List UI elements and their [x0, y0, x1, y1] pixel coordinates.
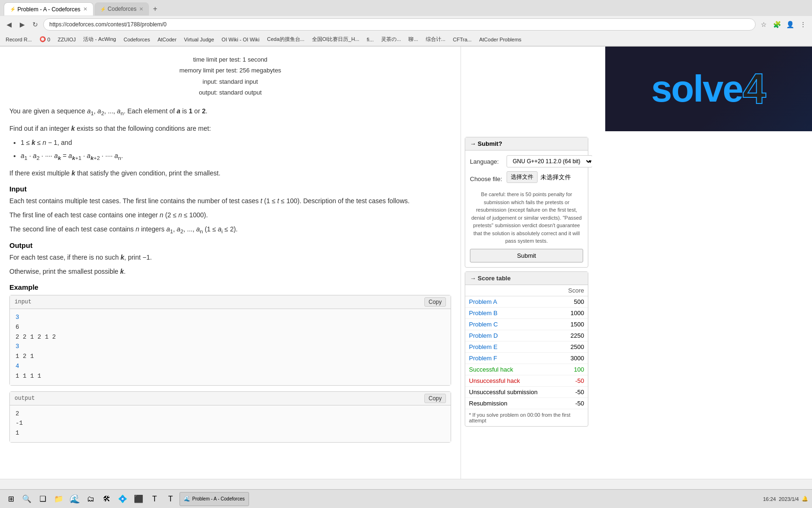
note-paragraph: If there exist multiple k that satisfy t… [9, 168, 451, 179]
browser-chrome: ⚡ Problem - A - Codeforces ✕ ⚡ Codeforce… [0, 0, 812, 47]
output-section-title: Output [9, 241, 451, 249]
taskbar-terminal[interactable]: ⬛ [132, 492, 146, 506]
taskbar-explorer[interactable]: 📁 [52, 492, 66, 506]
bookmark-fi-label: fi... [367, 37, 374, 42]
main-container: time limit per test: 1 second memory lim… [0, 47, 812, 508]
forward-button[interactable]: ▶ [17, 19, 27, 30]
table-row: Problem E 2500 [465, 341, 588, 352]
bookmark-record[interactable]: Record R... [4, 37, 34, 42]
input-section-title: Input [9, 185, 451, 193]
score-col-score: Score [559, 285, 588, 296]
intro-text: You are given a sequence a1, a2, ..., an… [9, 106, 451, 118]
address-bar: ◀ ▶ ↻ ☆ 🧩 👤 ⋮ [0, 16, 812, 33]
right-sidebar: solve 4 → Submit? Language: GNU G++20 11… [461, 47, 592, 508]
profile-button[interactable]: 👤 [785, 19, 795, 30]
output-code-header: output Copy [10, 392, 451, 405]
bookmark-codeforces-label: Codeforces [124, 37, 150, 42]
back-button[interactable]: ◀ [4, 19, 14, 30]
bookmark-atcoder[interactable]: AtCoder [156, 37, 178, 42]
problem-e-link[interactable]: Problem E [469, 343, 498, 350]
menu-button[interactable]: ⋮ [798, 19, 808, 30]
input-line-7: 1 1 1 1 [16, 372, 445, 381]
bookmark-lingcha[interactable]: 灵茶の... [379, 36, 403, 43]
problem-a-link[interactable]: Problem A [469, 298, 497, 305]
input-type: input: standard input [9, 76, 451, 87]
taskbar-task-view[interactable]: ❑ [36, 492, 50, 506]
problem-b-link[interactable]: Problem B [469, 310, 498, 317]
tab-close-active[interactable]: ✕ [83, 6, 87, 12]
bookmark-zzuioj-label: ZZUIOJ [58, 37, 76, 42]
tab-inactive-favicon: ⚡ [100, 7, 106, 12]
taskbar-devtools[interactable]: 🛠 [100, 492, 114, 506]
taskbar-time: 16:24 [763, 496, 776, 502]
language-row: Language: GNU G++20 11.2.0 (64 bit) ▼ [470, 155, 583, 167]
new-tab-button[interactable]: + [150, 5, 160, 13]
taskbar-start[interactable]: ⊞ [4, 492, 18, 506]
unsuccessful-hack-label: Unsuccessful hack [465, 375, 559, 386]
taskbar-search[interactable]: 🔍 [20, 492, 34, 506]
input-code-label: input [15, 299, 31, 305]
bookmark-button[interactable]: ☆ [758, 19, 769, 30]
bookmark-oiwiki[interactable]: OI Wiki - OI Wiki [220, 37, 262, 42]
taskbar-file-manager[interactable]: 🗂 [84, 492, 98, 506]
problem-c-link[interactable]: Problem C [469, 321, 498, 328]
input-desc-2: The first line of each test case contain… [9, 210, 451, 221]
bookmark-oiwiki-label: OI Wiki - OI Wiki [222, 37, 260, 42]
tab-close-inactive[interactable]: ✕ [139, 6, 143, 12]
bookmark-lingcha-label: 灵茶の... [381, 36, 401, 43]
extension-button[interactable]: 🧩 [772, 19, 782, 30]
condition-1: 1 ≤ k ≤ n − 1, and [21, 137, 451, 149]
problem-d-link[interactable]: Problem D [469, 332, 498, 339]
taskbar-date: 2023/1/4 [779, 496, 799, 502]
bookmark-virtualjudge[interactable]: Virtual Judge [182, 37, 216, 42]
input-desc-1: Each test contains multiple test cases. … [9, 196, 451, 207]
taskbar-browser-icon: 🌊 [184, 496, 190, 502]
bookmark-ceda[interactable]: Ceda的摸鱼台... [265, 36, 306, 43]
resubmission-label: Resubmission [465, 397, 559, 409]
bookmark-fi[interactable]: fi... [365, 37, 376, 42]
bookmark-chat[interactable]: 聊... [406, 36, 420, 43]
table-row: Problem C 1500 [465, 318, 588, 330]
bookmark-atcoder-problems-label: AtCoder Problems [479, 37, 522, 42]
bookmark-acwing[interactable]: 活动 - AcWing [81, 36, 118, 43]
bookmark-codeforces[interactable]: Codeforces [122, 37, 152, 42]
problem-a-score: 500 [559, 296, 588, 307]
bookmark-atcoder-problems[interactable]: AtCoder Problems [477, 37, 523, 42]
taskbar-browser-app[interactable]: 🌊 Problem - A - Codeforces [180, 492, 249, 506]
taskbar-app-t2[interactable]: T [164, 492, 178, 506]
bookmark-acwing-label: 活动 - AcWing [83, 36, 116, 43]
taskbar-vscode[interactable]: 💠 [116, 492, 130, 506]
no-file-text: 未选择文件 [540, 173, 571, 182]
problem-b-score: 1000 [559, 307, 588, 318]
input-code-box: input Copy 3 6 2 2 1 2 1 2 3 1 2 1 4 1 1… [9, 295, 451, 386]
input-copy-button[interactable]: Copy [424, 297, 446, 307]
bookmark-calc[interactable]: 综合计... [424, 36, 447, 43]
output-line-2: -1 [16, 419, 445, 429]
file-row: Choose file: 选择文件 未选择文件 [470, 171, 583, 187]
tab-active[interactable]: ⚡ Problem - A - Codeforces ✕ [4, 2, 94, 16]
bookmark-cftra[interactable]: CFTra... [451, 37, 474, 42]
bookmark-oi-calendar[interactable]: 全国OI比赛日历_H... [310, 36, 361, 43]
bookmark-zero-icon: ⭕ [39, 36, 46, 42]
submit-section: → Submit? Language: GNU G++20 11.2.0 (64… [465, 137, 588, 268]
problem-c-score: 1500 [559, 318, 588, 330]
taskbar-app-t1[interactable]: T [148, 492, 162, 506]
unsuccessful-hack-score: -50 [559, 375, 588, 386]
choose-file-button[interactable]: 选择文件 [507, 171, 538, 183]
status-bar [0, 479, 812, 489]
find-paragraph: Find out if an integer k exists so that … [9, 123, 451, 135]
submit-button[interactable]: Submit [470, 249, 583, 262]
language-select[interactable]: GNU G++20 11.2.0 (64 bit) [507, 155, 592, 167]
tab-inactive[interactable]: ⚡ Codeforces ✕ [94, 2, 149, 16]
problem-f-score: 3000 [559, 352, 588, 364]
output-copy-button[interactable]: Copy [424, 394, 446, 403]
taskbar-edge[interactable]: 🌊 [68, 492, 82, 506]
bookmark-virtualjudge-label: Virtual Judge [184, 37, 214, 42]
refresh-button[interactable]: ↻ [30, 19, 40, 30]
address-input[interactable] [43, 18, 756, 31]
bookmark-zero-label: 0 [47, 37, 50, 42]
bookmark-zzuioj[interactable]: ZZUIOJ [56, 37, 78, 42]
bookmark-zero[interactable]: ⭕ 0 [38, 36, 52, 42]
taskbar-notification[interactable]: 🔔 [802, 496, 808, 502]
problem-f-link[interactable]: Problem F [469, 355, 497, 362]
